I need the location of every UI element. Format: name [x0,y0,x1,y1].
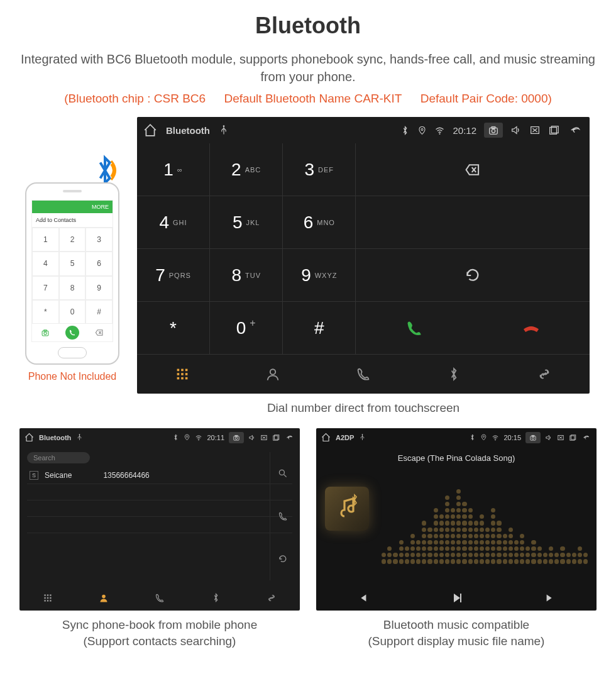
dial-key-3[interactable]: 3DEF [283,143,356,196]
back-icon[interactable] [581,434,591,441]
back-icon[interactable] [284,434,295,441]
song-title: Escape (The Pina Colada Song) [398,453,515,463]
dial-key-0[interactable]: 0+ [210,302,283,355]
backspace-button[interactable] [356,143,590,196]
phone-key: 0 [59,300,86,324]
volume-icon[interactable] [510,124,522,136]
contact-name: Seicane [45,471,72,480]
nav-contacts[interactable] [228,355,318,394]
side-search-icon[interactable] [270,468,295,479]
phone-key: 8 [59,276,86,300]
nav-bluetooth[interactable] [188,585,244,611]
phone-video-icon [32,324,59,341]
phone-column: MORE Add to Contacts 123456789*0# Phone … [19,155,126,382]
nav-call-log[interactable] [131,585,187,611]
back-icon[interactable] [567,124,583,136]
nav-bluetooth[interactable] [409,355,499,394]
redial-button[interactable] [356,249,590,302]
recent-apps-icon[interactable] [272,434,280,441]
nav-dialpad[interactable] [19,585,75,611]
dial-key-1[interactable]: 1∞ [137,143,210,196]
hu-dialer-screen: Bluetooth 20:12 1∞2ABC3DEF4GHI5JKL6MNO7P… [137,117,590,394]
hu-app-title: Bluetooth [39,434,71,441]
phone-key: 4 [32,252,59,275]
recent-apps-icon[interactable] [548,124,559,136]
home-icon[interactable] [321,433,331,442]
phone-key: 7 [32,276,59,300]
close-icon[interactable] [260,434,268,441]
dial-key-9[interactable]: 9WXYZ [283,249,356,302]
music-visualizer [325,468,588,579]
volume-icon[interactable] [545,434,553,441]
phone-key: 6 [85,252,113,275]
phone-key: 2 [59,228,86,252]
nav-call-log[interactable] [318,355,409,394]
dial-key-5[interactable]: 5JKL [210,196,283,249]
nav-pair[interactable] [244,585,300,611]
close-icon[interactable] [529,124,541,136]
home-icon[interactable] [143,123,157,137]
phone-top-bar: MORE [32,201,113,213]
dial-key-7[interactable]: 7PQRS [137,249,210,302]
dial-key-8[interactable]: 8TUV [210,249,283,302]
play-pause-button[interactable] [410,585,503,611]
contact-row-empty [27,517,292,533]
hu-dialer-caption: Dial number direct from touchscreen [137,400,590,417]
wifi-icon [434,125,445,136]
side-call-icon[interactable] [270,511,295,521]
hangup-button[interactable] [473,302,590,355]
nav-dialpad[interactable] [137,355,228,394]
nav-pair[interactable] [499,355,590,394]
page-title: Bluetooth [19,13,597,39]
bluetooth-signal-icon [89,155,121,186]
dial-key-6[interactable]: 6MNO [283,196,356,249]
contact-row-empty [27,533,292,550]
dial-key-4[interactable]: 4GHI [137,196,210,249]
phone-caption: Phone Not Included [28,371,117,382]
phone-key: * [32,300,59,324]
hu-contacts-caption: Sync phone-book from mobile phone (Suppo… [19,617,300,650]
next-track-button[interactable] [503,585,597,611]
usb-icon [76,434,83,441]
location-icon [480,434,487,441]
wifi-icon [195,434,202,441]
hu-contacts-screen: Bluetooth 20:11 Search [19,428,300,611]
camera-icon[interactable] [233,434,240,441]
recent-apps-icon[interactable] [569,434,576,441]
bluetooth-icon [469,434,476,441]
hu-music-column: A2DP 20:15 Escape (The Pina Colada Song) [316,428,597,650]
dial-key-*[interactable]: * [137,302,210,355]
nav-contacts[interactable] [75,585,131,611]
camera-icon[interactable] [488,124,499,136]
wifi-icon [492,434,499,441]
home-icon[interactable] [25,433,34,442]
close-icon[interactable] [557,434,564,441]
phone-backspace-icon [85,324,113,341]
hu-music-caption: Bluetooth music compatible (Support disp… [316,617,597,650]
search-input[interactable]: Search [27,452,90,463]
location-icon [417,126,427,135]
side-refresh-icon[interactable] [270,554,295,564]
dial-key-2[interactable]: 2ABC [210,143,283,196]
info-line: (Bluetooth chip : CSR BC6 Default Blueto… [19,92,597,106]
hu-time: 20:15 [503,434,521,441]
bluetooth-icon [172,434,179,441]
usb-icon [359,434,366,441]
music-controls [316,585,597,611]
call-button[interactable] [356,302,473,355]
hu-contacts-column: Bluetooth 20:11 Search [19,428,300,650]
contact-badge: S [30,471,38,480]
contact-row-empty [27,501,292,517]
hu-time: 20:12 [453,125,476,136]
hu-app-title: A2DP [336,434,354,441]
prev-track-button[interactable] [316,585,410,611]
contact-number: 13566664466 [103,471,149,480]
contact-row[interactable]: S Seicane 13566664466 [27,467,292,484]
hu-status-bar: A2DP 20:15 [316,428,597,447]
dial-key-#[interactable]: # [283,302,356,355]
camera-icon[interactable] [529,434,537,441]
info-name: Default Bluetooth Name CAR-KIT [224,92,402,105]
hu-dialer-column: Bluetooth 20:12 1∞2ABC3DEF4GHI5JKL6MNO7P… [137,117,590,417]
hu-status-bar: Bluetooth 20:12 [137,117,590,143]
volume-icon[interactable] [248,434,256,441]
